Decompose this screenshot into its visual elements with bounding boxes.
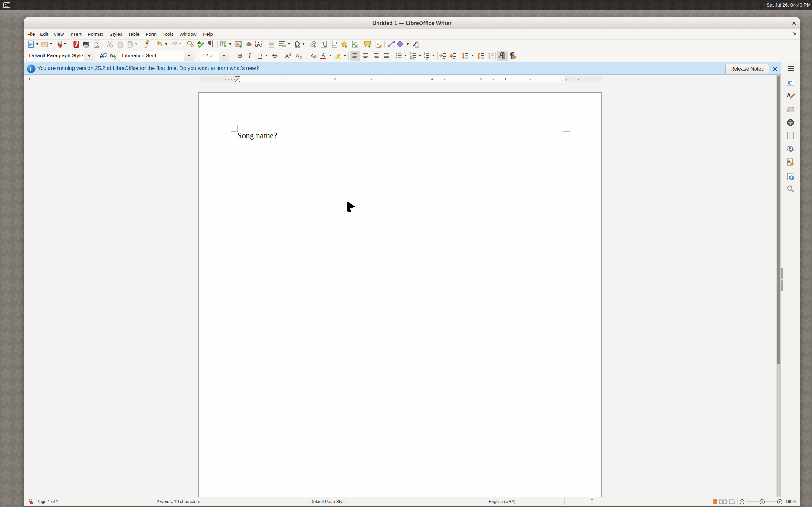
svg-text:2: 2	[300, 55, 302, 60]
svg-text:U: U	[258, 53, 262, 59]
svg-text:A: A	[786, 92, 791, 99]
svg-text:A: A	[109, 53, 113, 59]
svg-text:A: A	[285, 53, 289, 59]
svg-text:2: 2	[289, 52, 292, 57]
svg-text:I: I	[248, 52, 251, 59]
svg-text:i: i	[30, 66, 32, 72]
svg-text:1: 1	[423, 52, 425, 55]
svg-text:A: A	[257, 42, 260, 47]
svg-text:2: 2	[410, 55, 412, 59]
svg-text:A: A	[296, 53, 299, 59]
svg-text:A: A	[322, 53, 325, 58]
svg-text:B: B	[238, 52, 242, 59]
svg-text:1: 1	[410, 52, 412, 55]
